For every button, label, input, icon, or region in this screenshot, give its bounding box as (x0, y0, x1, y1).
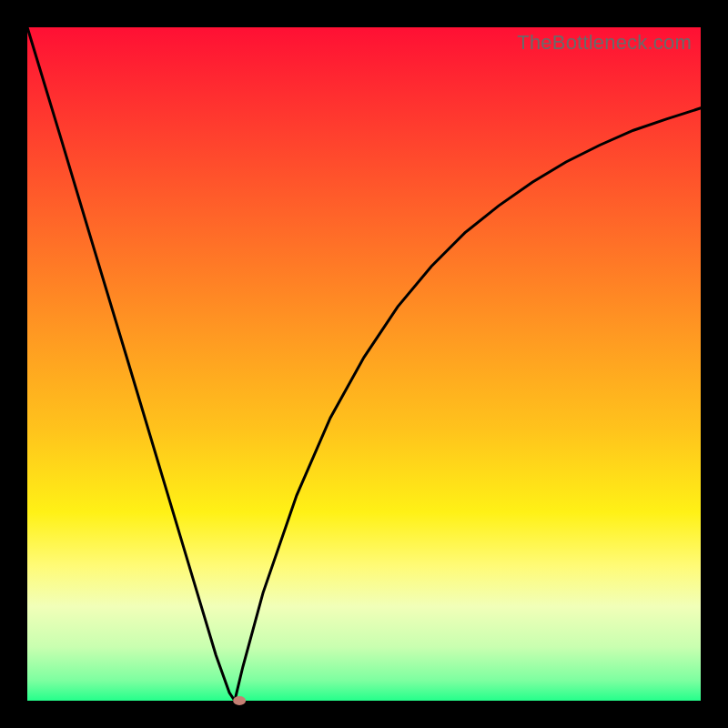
series-right-branch (235, 108, 701, 701)
series-left-branch (27, 27, 235, 701)
vertex-marker (233, 696, 246, 705)
plot-area: TheBottleneck.com (27, 27, 701, 701)
bottleneck-curve (27, 27, 701, 701)
chart-frame: TheBottleneck.com (0, 0, 728, 728)
